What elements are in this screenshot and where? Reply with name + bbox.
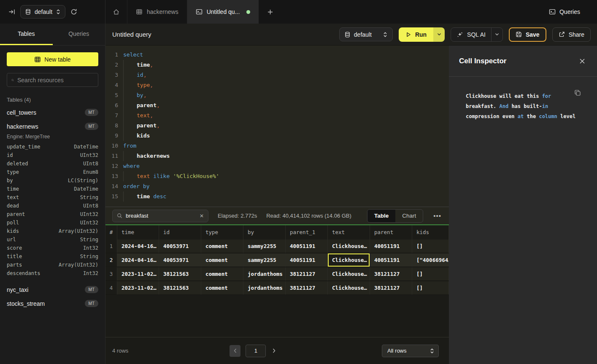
share-button[interactable]: Share [552,27,591,42]
code-text: id, [123,70,146,80]
results-more-options-icon[interactable]: ••• [432,212,442,219]
editor-line: 14order by [105,181,449,191]
copy-icon[interactable] [574,89,581,96]
code-token: select [123,51,143,58]
tab-untitled-query[interactable]: Untitled qu... [187,0,259,24]
cell[interactable]: 2023-11-02… [117,281,159,295]
column-header[interactable]: # [105,225,117,240]
cell[interactable]: 40051191 [286,240,328,253]
cell[interactable]: 2024-04-16… [117,253,159,267]
cell[interactable]: 40053971 [159,253,201,267]
column-name: score [7,245,22,251]
refresh-icon[interactable] [70,8,77,15]
cell[interactable]: 40051191 [370,253,412,267]
column-type: UInt8 [83,161,98,167]
clear-search-icon[interactable]: ✕ [200,213,204,219]
sidebar-search[interactable] [7,73,98,87]
table-item[interactable]: hackernewsMT [0,119,105,133]
sidebar-tab-tables[interactable]: Tables [0,24,53,45]
next-page-button[interactable] [271,347,277,355]
new-tab-button[interactable] [259,0,282,24]
tab-hackernews[interactable]: hackernews [127,0,187,24]
workspace-database-selector[interactable]: default [20,5,65,19]
cell[interactable]: comment [201,253,243,267]
terminal-icon [196,8,203,15]
unsaved-changes-dot [246,10,250,14]
cell[interactable]: [] [412,281,449,295]
editor-line: 1select [105,50,449,60]
save-button[interactable]: Save [509,27,546,42]
run-options-dropdown[interactable] [433,27,445,42]
column-header[interactable]: parent_1 [286,225,328,240]
column-header[interactable]: time [117,225,159,240]
cell[interactable]: 38121563 [159,267,201,281]
cell[interactable]: 38121563 [159,281,201,295]
cell[interactable]: 40051191 [370,240,412,253]
column-header[interactable]: parent [370,225,412,240]
view-toggle-chart[interactable]: Chart [395,210,423,222]
query-database-selector[interactable]: default [339,27,393,41]
tab-home[interactable] [105,0,127,24]
queries-button[interactable]: Queries [549,0,597,24]
view-toggle-table[interactable]: Table [367,210,395,222]
column-header[interactable]: text [328,225,370,240]
cell[interactable]: 40051191 [286,253,328,267]
run-button[interactable]: Run [399,27,433,42]
sidebar-tabs: Tables Queries [0,24,105,46]
code-text: select [123,50,143,60]
cell[interactable]: jordanthoms [243,281,286,295]
cell[interactable]: ["40066964… [412,253,449,267]
editor-column: 1select2time,3id,4type,5by,6parent,7text… [105,46,449,364]
cell[interactable]: 40053971 [159,240,201,253]
cell[interactable]: [] [412,240,449,253]
sql-ai-button[interactable]: SQL AI [451,28,491,41]
code-token: , [157,122,160,129]
column-header[interactable]: id [159,225,201,240]
cell[interactable]: comment [201,240,243,253]
cell[interactable]: jordanthoms [243,267,286,281]
cell[interactable]: comment [201,281,243,295]
chevron-updown-icon [56,9,60,15]
cell[interactable]: comment [201,267,243,281]
cell[interactable]: [] [412,267,449,281]
play-icon [405,32,411,38]
cell[interactable]: 2023-11-02… [117,267,159,281]
cell[interactable]: 38121127 [286,267,328,281]
cell[interactable]: 2024-04-16… [117,240,159,253]
table-item[interactable]: nyc_taxiMT [0,283,105,297]
table-item[interactable]: stocks_streamMT [0,297,105,310]
sidebar-search-input[interactable] [17,77,94,84]
page-size-selector[interactable]: All rows [382,345,439,357]
cell[interactable]: Clickhouse… [328,267,370,281]
results-grid: #timeidtypebyparent_1textparentkids12024… [105,224,449,337]
new-table-button[interactable]: New table [7,52,98,66]
indent-guide [123,100,137,111]
sidebar-tab-queries[interactable]: Queries [53,24,105,45]
sql-editor[interactable]: 1select2time,3id,4type,5by,6parent,7text… [105,46,449,207]
column-row: partsArray(UInt32) [0,261,105,269]
code-text: hackernews [123,151,170,161]
collapse-sidebar-icon[interactable] [8,8,15,15]
editor-line: 5by, [105,90,449,100]
cell[interactable]: Clickhouse… [328,240,370,253]
page-number-input[interactable]: 1 [246,345,266,357]
cell[interactable]: Clickhouse… [328,281,370,295]
cell[interactable]: sammy2255 [243,240,286,253]
results-search[interactable]: ✕ [112,210,208,222]
cell[interactable]: sammy2255 [243,253,286,267]
results-search-input[interactable] [126,213,196,219]
inspector-token: breakfast. [466,103,499,109]
cell[interactable]: 38121127 [370,281,412,295]
previous-page-button[interactable] [230,345,240,357]
column-header[interactable]: by [243,225,286,240]
close-inspector-icon[interactable] [579,58,585,64]
cell[interactable]: 38121127 [370,267,412,281]
column-header[interactable]: type [201,225,243,240]
sql-ai-dropdown[interactable] [491,28,502,41]
column-name: type [7,169,19,175]
cell[interactable]: 38121127 [286,281,328,295]
table-item[interactable]: cell_towersMT [0,105,105,119]
column-header[interactable]: kids [412,225,449,240]
cell[interactable]: Clickhouse… [328,253,370,267]
code-token: desc [153,193,166,200]
